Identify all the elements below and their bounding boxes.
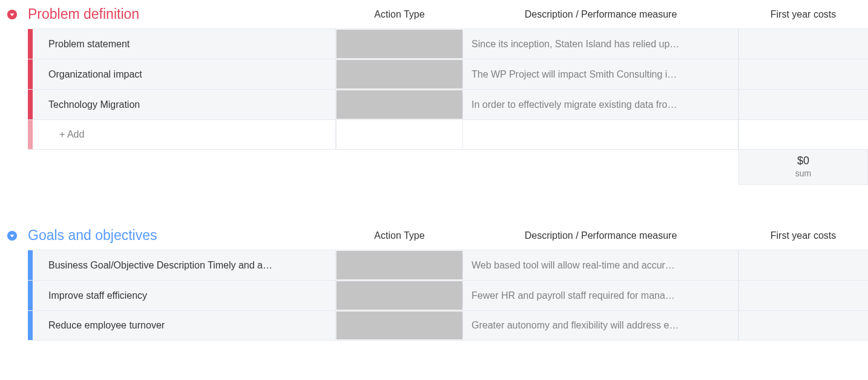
action-type-cell[interactable] <box>336 30 463 58</box>
column-header-first-year-costs[interactable]: First year costs <box>738 230 868 241</box>
collapse-icon[interactable] <box>6 230 18 242</box>
section-title[interactable]: Problem definition <box>28 6 139 22</box>
cost-cell <box>738 120 868 149</box>
section-header: Goals and objectives Action Type Descrip… <box>0 221 868 250</box>
summary-row: $0 sum <box>28 150 868 185</box>
table-row[interactable]: Technology Migration In order to effecti… <box>28 89 868 119</box>
summary-label: sum <box>739 168 867 178</box>
action-type-cell <box>336 121 463 148</box>
description-cell <box>463 120 738 149</box>
row-label-cell: + Add <box>28 120 336 149</box>
summary-value: $0 <box>739 155 867 167</box>
cost-cell[interactable] <box>738 281 868 310</box>
row-label[interactable]: Technology Migration <box>33 99 140 110</box>
action-type-cell[interactable] <box>336 281 463 310</box>
cost-cell[interactable] <box>738 90 868 119</box>
row-label[interactable]: Improve staff efficiency <box>33 290 147 301</box>
row-label[interactable]: Problem statement <box>33 39 130 50</box>
section-title-wrap: Goals and objectives <box>0 227 336 244</box>
cost-cell[interactable] <box>738 311 868 340</box>
row-label-cell: Technology Migration <box>28 90 336 119</box>
row-marker <box>28 250 33 280</box>
section-title[interactable]: Goals and objectives <box>28 227 157 244</box>
action-type-cell[interactable] <box>336 251 463 279</box>
description-cell[interactable]: Fewer HR and payroll staff required for … <box>463 281 738 310</box>
add-label[interactable]: + Add <box>33 129 84 140</box>
row-marker <box>28 281 33 310</box>
rows-container: Business Goal/Objective Description Time… <box>0 250 868 341</box>
table-row[interactable]: Improve staff efficiency Fewer HR and pa… <box>28 280 868 310</box>
row-label-cell: Reduce employee turnover <box>28 311 336 340</box>
cost-cell[interactable] <box>738 250 868 280</box>
rows-container: Problem statement Since its inception, S… <box>0 28 868 150</box>
row-label[interactable]: Business Goal/Objective Description Time… <box>33 260 272 271</box>
add-row[interactable]: + Add <box>28 119 868 150</box>
description-cell[interactable]: The WP Project will impact Smith Consult… <box>463 59 738 89</box>
row-label[interactable]: Reduce employee turnover <box>33 320 165 331</box>
row-marker <box>28 29 33 59</box>
row-label-cell: Organizational impact <box>28 59 336 89</box>
action-type-cell[interactable] <box>336 90 463 119</box>
section-title-wrap: Problem definition <box>0 6 336 22</box>
action-type-cell[interactable] <box>336 312 463 339</box>
cost-cell[interactable] <box>738 59 868 89</box>
table-row[interactable]: Problem statement Since its inception, S… <box>28 28 868 59</box>
section-problem-definition: Problem definition Action Type Descripti… <box>0 0 868 185</box>
row-marker <box>28 311 33 340</box>
description-cell[interactable]: In order to effectively migrate existing… <box>463 90 738 119</box>
row-marker <box>28 120 33 149</box>
action-type-cell[interactable] <box>336 60 463 88</box>
collapse-icon[interactable] <box>6 8 18 21</box>
summary-cell: $0 sum <box>738 150 868 185</box>
row-label[interactable]: Organizational impact <box>33 69 142 80</box>
row-label-cell: Improve staff efficiency <box>28 281 336 310</box>
column-header-action-type[interactable]: Action Type <box>336 9 463 20</box>
row-label-cell: Business Goal/Objective Description Time… <box>28 250 336 280</box>
description-cell[interactable]: Web based tool will allow real-time and … <box>463 250 738 280</box>
section-goals-and-objectives: Goals and objectives Action Type Descrip… <box>0 221 868 341</box>
table-row[interactable]: Business Goal/Objective Description Time… <box>28 250 868 280</box>
column-header-action-type[interactable]: Action Type <box>336 230 463 241</box>
column-header-first-year-costs[interactable]: First year costs <box>738 9 868 20</box>
section-header: Problem definition Action Type Descripti… <box>0 0 868 28</box>
row-label-cell: Problem statement <box>28 29 336 59</box>
column-header-description[interactable]: Description / Performance measure <box>463 9 738 20</box>
table-row[interactable]: Organizational impact The WP Project wil… <box>28 59 868 89</box>
row-marker <box>28 90 33 119</box>
row-marker <box>28 59 33 89</box>
description-cell[interactable]: Greater autonomy and flexibility will ad… <box>463 311 738 340</box>
description-cell[interactable]: Since its inception, Staten Island has r… <box>463 29 738 59</box>
column-header-description[interactable]: Description / Performance measure <box>463 230 738 241</box>
cost-cell[interactable] <box>738 29 868 59</box>
table-row[interactable]: Reduce employee turnover Greater autonom… <box>28 310 868 341</box>
